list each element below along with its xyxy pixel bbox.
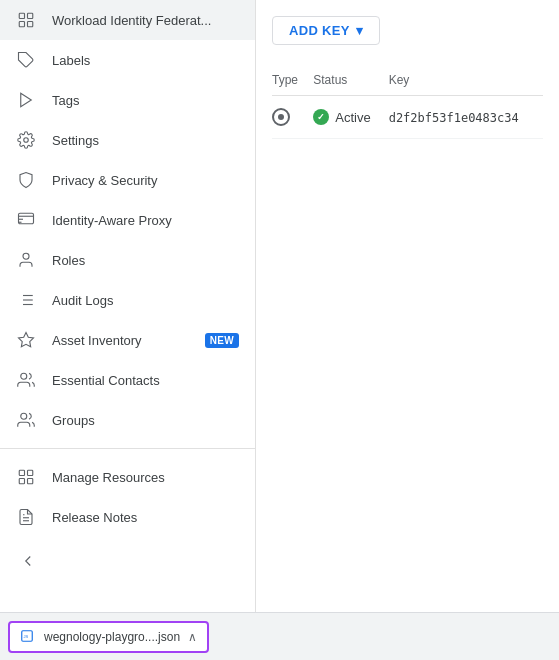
type-icon [272, 108, 290, 126]
workload-identity-icon [16, 10, 36, 30]
svg-rect-3 [28, 22, 33, 27]
type-cell [272, 96, 313, 139]
sidebar-label-release-notes: Release Notes [52, 510, 239, 525]
svg-point-11 [23, 253, 29, 259]
sidebar-item-release-notes[interactable]: Release Notes [0, 497, 255, 537]
essential-contacts-icon [16, 370, 36, 390]
sidebar-collapse-button[interactable] [8, 541, 48, 581]
asset-inventory-icon [16, 330, 36, 350]
sidebar-label-groups: Groups [52, 413, 239, 428]
sidebar-item-labels[interactable]: Labels [0, 40, 255, 80]
sidebar-label-manage-resources: Manage Resources [52, 470, 239, 485]
svg-rect-1 [28, 13, 33, 18]
status-cell: Active [313, 96, 388, 139]
sidebar-label-settings: Settings [52, 133, 239, 148]
sidebar-label-identity-aware-proxy: Identity-Aware Proxy [52, 213, 239, 228]
sidebar-item-audit-logs[interactable]: Audit Logs [0, 280, 255, 320]
svg-rect-21 [19, 470, 24, 475]
manage-resources-icon [16, 467, 36, 487]
sidebar-label-roles: Roles [52, 253, 239, 268]
roles-icon [16, 250, 36, 270]
identity-aware-proxy-icon [16, 210, 36, 230]
add-key-dropdown-icon: ▾ [356, 23, 363, 38]
sidebar-divider [0, 448, 255, 449]
col-header-type: Type [272, 65, 313, 96]
keys-table: Type Status Key [272, 65, 543, 139]
sidebar-label-workload-identity: Workload Identity Federat... [52, 13, 239, 28]
sidebar-item-settings[interactable]: Settings [0, 120, 255, 160]
status-active-dot [313, 109, 329, 125]
sidebar-label-tags: Tags [52, 93, 239, 108]
bottom-bar: JS wegnology-playgro....json ∧ [0, 612, 559, 660]
sidebar-label-audit-logs: Audit Logs [52, 293, 239, 308]
tags-icon [16, 90, 36, 110]
svg-marker-18 [19, 333, 34, 347]
download-item[interactable]: JS wegnology-playgro....json ∧ [8, 621, 209, 653]
labels-icon [16, 50, 36, 70]
svg-rect-2 [19, 22, 24, 27]
chevron-up-icon: ∧ [188, 630, 197, 644]
svg-rect-0 [19, 13, 24, 18]
svg-point-20 [21, 413, 27, 419]
col-header-key: Key [389, 65, 543, 96]
col-header-status: Status [313, 65, 388, 96]
svg-point-6 [24, 138, 29, 143]
sidebar-item-identity-aware-proxy[interactable]: Identity-Aware Proxy [0, 200, 255, 240]
groups-icon [16, 410, 36, 430]
sidebar-item-privacy-security[interactable]: Privacy & Security [0, 160, 255, 200]
svg-point-19 [21, 373, 27, 379]
svg-rect-22 [28, 470, 33, 475]
svg-text:JS: JS [24, 634, 29, 639]
file-icon: JS [20, 629, 36, 645]
key-cell: d2f2bf53f1e0483c34 [389, 96, 543, 139]
download-filename: wegnology-playgro....json [44, 630, 180, 644]
release-notes-icon [16, 507, 36, 527]
sidebar: Workload Identity Federat... Labels Tags [0, 0, 256, 612]
new-badge: NEW [205, 333, 239, 348]
settings-icon [16, 130, 36, 150]
privacy-security-icon [16, 170, 36, 190]
status-label: Active [335, 110, 370, 125]
sidebar-label-labels: Labels [52, 53, 239, 68]
table-row: Active d2f2bf53f1e0483c34 [272, 96, 543, 139]
key-value: d2f2bf53f1e0483c34 [389, 111, 519, 125]
sidebar-item-workload-identity[interactable]: Workload Identity Federat... [0, 0, 255, 40]
svg-rect-23 [19, 479, 24, 484]
sidebar-item-roles[interactable]: Roles [0, 240, 255, 280]
svg-marker-5 [21, 93, 32, 107]
sidebar-item-asset-inventory[interactable]: Asset Inventory NEW [0, 320, 255, 360]
sidebar-item-essential-contacts[interactable]: Essential Contacts [0, 360, 255, 400]
add-key-button[interactable]: ADD KEY ▾ [272, 16, 380, 45]
sidebar-item-tags[interactable]: Tags [0, 80, 255, 120]
sidebar-item-groups[interactable]: Groups [0, 400, 255, 440]
main-content: ADD KEY ▾ Type Status Key [256, 0, 559, 612]
sidebar-label-privacy-security: Privacy & Security [52, 173, 239, 188]
add-key-label: ADD KEY [289, 23, 350, 38]
sidebar-label-essential-contacts: Essential Contacts [52, 373, 239, 388]
svg-rect-24 [28, 479, 33, 484]
audit-logs-icon [16, 290, 36, 310]
sidebar-label-asset-inventory: Asset Inventory [52, 333, 189, 348]
sidebar-item-manage-resources[interactable]: Manage Resources [0, 457, 255, 497]
